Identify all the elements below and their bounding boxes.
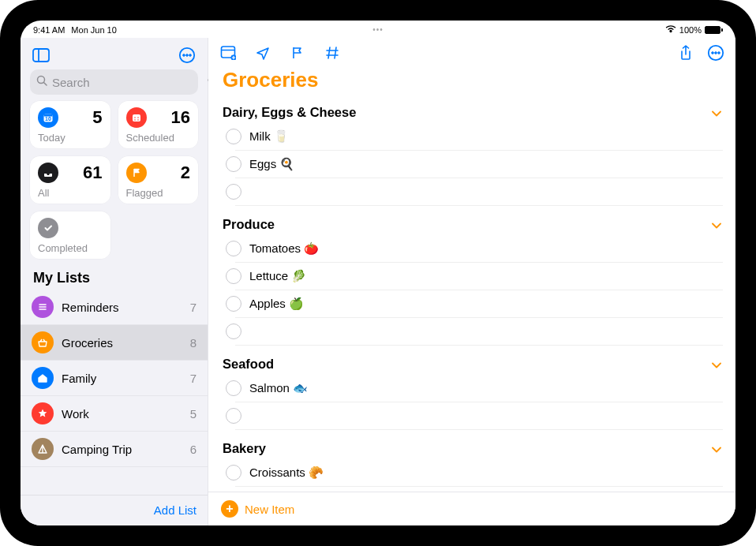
svg-point-5 (189, 54, 192, 57)
complete-circle[interactable] (226, 129, 241, 144)
chevron-down-icon[interactable] (712, 358, 721, 371)
complete-circle[interactable] (226, 465, 241, 481)
reminder-item[interactable]: Lettuce 🥬 (235, 263, 723, 290)
tile-completed[interactable]: Completed (30, 211, 110, 259)
reminder-title[interactable]: Milk 🥛 (249, 129, 289, 144)
battery-percent: 100% (679, 25, 702, 35)
reminder-item[interactable] (235, 402, 723, 430)
search-field[interactable] (30, 69, 198, 95)
section-header[interactable]: Seafood (221, 352, 723, 375)
wifi-icon (665, 24, 676, 36)
svg-line-7 (44, 83, 47, 86)
reminder-item[interactable]: Salmon 🐟 (235, 375, 723, 402)
new-item-label: New Item (245, 503, 294, 516)
svg-point-23 (718, 52, 720, 54)
list-name: Family (62, 372, 182, 385)
tile-flagged-count: 2 (181, 163, 190, 183)
reminder-item[interactable]: Eggs 🍳 (235, 151, 723, 178)
list-icon (32, 296, 54, 318)
section-title: Seafood (223, 357, 274, 372)
tile-all-label: All (38, 187, 103, 199)
reminder-item[interactable]: Tomatoes 🍅 (235, 235, 723, 263)
complete-circle[interactable] (226, 380, 241, 396)
reminder-title[interactable]: Apples 🍏 (249, 297, 304, 311)
list-name: Camping Trip (62, 443, 182, 456)
list-row-reminders[interactable]: Reminders7 (21, 290, 208, 325)
add-list-button[interactable]: Add List (154, 503, 196, 517)
reminder-title[interactable]: Lettuce 🥬 (249, 269, 306, 283)
reminder-title[interactable]: Tomatoes 🍅 (249, 241, 319, 256)
list-count: 7 (190, 372, 196, 385)
battery-icon (705, 26, 723, 34)
list-icon (32, 438, 54, 460)
plus-circle-icon: + (221, 500, 238, 518)
main-more-button[interactable] (707, 44, 724, 62)
complete-circle[interactable] (226, 156, 241, 172)
chevron-down-icon[interactable] (712, 443, 721, 455)
checkmark-icon (38, 218, 58, 238)
complete-circle[interactable] (226, 408, 241, 424)
list-row-camping-trip[interactable]: Camping Trip6 (21, 432, 208, 467)
complete-circle[interactable] (226, 184, 241, 200)
template-icon[interactable] (219, 44, 237, 62)
section-dairy-eggs-cheese: Dairy, Eggs & CheeseMilk 🥛Eggs 🍳 (221, 100, 723, 206)
my-lists-header: My Lists (21, 267, 208, 290)
section-header[interactable]: Produce (221, 212, 723, 235)
reminder-item[interactable] (235, 178, 723, 206)
screen: 9:41 AM Mon Jun 10 ••• 100% (21, 21, 735, 525)
tile-today[interactable]: 10 5 Today (30, 101, 110, 148)
svg-rect-0 (33, 49, 49, 62)
tile-scheduled[interactable]: 16 Scheduled (118, 101, 199, 148)
flag-outline-icon[interactable] (289, 44, 306, 62)
location-arrow-icon[interactable] (254, 44, 271, 62)
sidebar-more-button[interactable] (176, 44, 198, 66)
search-input[interactable] (52, 76, 202, 89)
section-header[interactable]: Bakery (221, 436, 723, 459)
new-item-button[interactable]: + New Item (208, 492, 735, 525)
list-row-family[interactable]: Family7 (21, 361, 208, 396)
list-row-work[interactable]: Work5 (21, 396, 208, 432)
reminder-title[interactable]: Croissants 🥐 (249, 466, 324, 480)
complete-circle[interactable] (226, 268, 241, 284)
list-count: 7 (190, 301, 196, 314)
tile-all[interactable]: 61 All (30, 156, 110, 204)
share-icon[interactable] (677, 44, 694, 62)
tile-scheduled-count: 16 (171, 107, 190, 128)
calendar-today-icon: 10 (38, 107, 58, 128)
svg-point-4 (186, 54, 189, 57)
tile-today-label: Today (38, 132, 103, 144)
status-date: Mon Jun 10 (71, 25, 116, 35)
section-header[interactable]: Dairy, Eggs & Cheese (221, 100, 723, 123)
list-row-groceries[interactable]: Groceries8 (21, 325, 208, 361)
smart-tiles: 10 5 Today 16 Scheduled (21, 101, 208, 267)
reminder-title[interactable]: Eggs 🍳 (249, 157, 294, 171)
svg-point-22 (715, 52, 717, 54)
tile-completed-label: Completed (38, 242, 103, 254)
section-title: Dairy, Eggs & Cheese (223, 105, 356, 120)
svg-point-13 (134, 117, 136, 118)
complete-circle[interactable] (226, 296, 241, 312)
chevron-down-icon[interactable] (712, 219, 721, 231)
list-icon (32, 402, 54, 424)
reminder-item[interactable]: Croissants 🥐 (235, 459, 723, 487)
svg-point-21 (712, 52, 714, 54)
list-name: Work (62, 407, 182, 421)
toggle-sidebar-button[interactable] (30, 44, 52, 66)
list-count: 8 (190, 336, 196, 350)
reminder-item[interactable]: Apples 🍏 (235, 290, 723, 318)
reminder-item[interactable] (235, 318, 723, 346)
list-title: Groceries (208, 65, 735, 100)
multitask-dots-icon[interactable]: ••• (372, 25, 384, 34)
reminder-title[interactable]: Salmon 🐟 (249, 381, 308, 395)
svg-point-15 (134, 119, 136, 121)
tile-flagged[interactable]: 2 Flagged (118, 156, 199, 204)
calendar-icon (126, 107, 147, 128)
search-icon (36, 75, 47, 89)
hashtag-icon[interactable] (324, 44, 341, 62)
reminder-item[interactable]: Milk 🥛 (235, 123, 723, 151)
list-name: Reminders (62, 301, 182, 314)
complete-circle[interactable] (226, 323, 241, 339)
status-bar: 9:41 AM Mon Jun 10 ••• 100% (21, 22, 735, 38)
chevron-down-icon[interactable] (712, 107, 721, 119)
complete-circle[interactable] (226, 241, 241, 256)
